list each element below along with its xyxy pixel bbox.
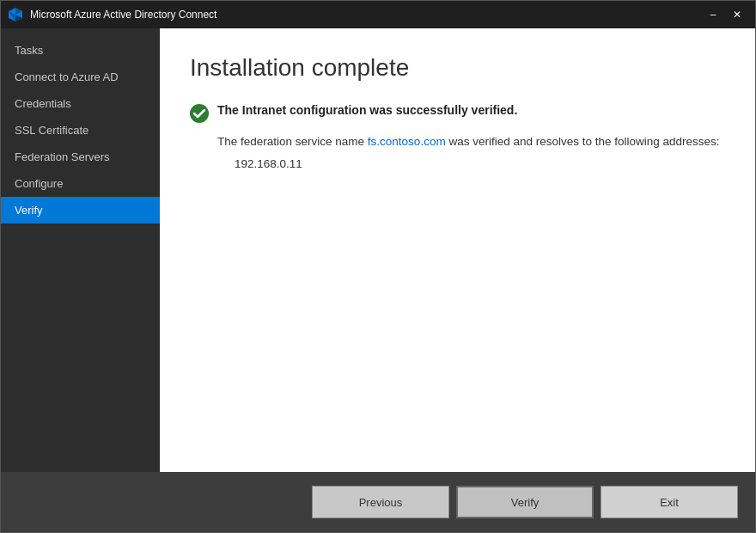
app-window: Microsoft Azure Active Directory Connect… bbox=[0, 0, 756, 533]
sidebar-item-federation[interactable]: Federation Servers bbox=[1, 144, 160, 170]
verify-button[interactable]: Verify bbox=[456, 486, 594, 518]
window-controls: – ✕ bbox=[702, 6, 748, 23]
sidebar-item-configure[interactable]: Configure bbox=[1, 170, 160, 197]
federation-service-link[interactable]: fs.contoso.com bbox=[368, 135, 446, 148]
page-title: Installation complete bbox=[190, 54, 725, 82]
footer: Previous Verify Exit bbox=[1, 472, 755, 532]
description-text: The federation service name fs.contoso.c… bbox=[217, 133, 725, 150]
sidebar-item-verify[interactable]: Verify bbox=[1, 197, 160, 224]
success-check-icon bbox=[190, 104, 209, 123]
sidebar-item-ssl[interactable]: SSL Certificate bbox=[1, 117, 160, 144]
exit-button[interactable]: Exit bbox=[601, 486, 738, 518]
description-suffix: was verified and resolves to the followi… bbox=[446, 135, 720, 148]
close-button[interactable]: ✕ bbox=[726, 6, 748, 23]
sidebar-item-connect[interactable]: Connect to Azure AD bbox=[1, 64, 160, 90]
success-block: The Intranet configuration was successfu… bbox=[190, 103, 725, 123]
sidebar-item-credentials[interactable]: Credentials bbox=[1, 90, 160, 117]
content-area: Tasks Connect to Azure AD Credentials SS… bbox=[1, 28, 755, 472]
ip-address: 192.168.0.11 bbox=[235, 157, 725, 170]
title-bar: Microsoft Azure Active Directory Connect… bbox=[1, 1, 755, 28]
azure-ad-icon bbox=[8, 7, 23, 22]
sidebar-item-tasks[interactable]: Tasks bbox=[1, 37, 160, 64]
success-message: The Intranet configuration was successfu… bbox=[217, 103, 517, 117]
minimize-button[interactable]: – bbox=[702, 6, 724, 23]
window-title: Microsoft Azure Active Directory Connect bbox=[30, 9, 702, 21]
description-prefix: The federation service name bbox=[217, 135, 368, 148]
sidebar: Tasks Connect to Azure AD Credentials SS… bbox=[1, 28, 160, 472]
main-panel: Installation complete The Intranet confi… bbox=[160, 28, 755, 472]
svg-point-4 bbox=[190, 104, 209, 123]
previous-button[interactable]: Previous bbox=[312, 486, 449, 518]
